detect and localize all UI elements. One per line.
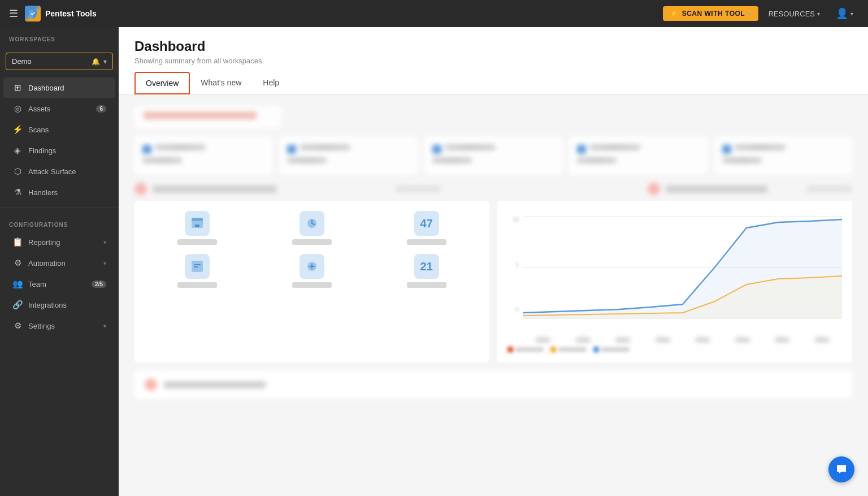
metric-item-1 [145, 211, 250, 245]
metric-label-3 [407, 239, 446, 245]
metric-item-2 [259, 211, 365, 245]
sidebar-item-automation[interactable]: ⚙ Automation ▾ [3, 253, 115, 273]
sidebar-item-dashboard[interactable]: ⊞ Dashboard [3, 77, 115, 98]
sidebar-item-handlers[interactable]: ⚗ Handlers [3, 182, 115, 202]
user-chevron-icon: ▾ [850, 11, 853, 17]
metric-icon-4 [185, 254, 210, 279]
metric-icon-5 [300, 254, 324, 279]
bell-icon: 🔔 [92, 58, 100, 66]
sidebar-item-reporting[interactable]: 📋 Reporting ▾ [3, 232, 115, 252]
nav-divider [0, 208, 119, 208]
stat-card-1 [134, 136, 272, 175]
team-badge: 2/5 [92, 281, 106, 288]
assets-icon: ◎ [12, 103, 23, 114]
metric-icon-3: 47 [414, 211, 439, 236]
scans-icon: ⚡ [12, 124, 23, 135]
reporting-expand-icon: ▾ [103, 239, 106, 245]
assets-label: Assets [28, 105, 50, 113]
team-label: Team [28, 280, 46, 288]
topbar: ☰ Pentest Tools ⚡ SCAN WITH TOOL ▾ RESOU… [0, 0, 868, 27]
sidebar-item-findings[interactable]: ◈ Findings [3, 140, 115, 161]
bottom-text-line [164, 381, 266, 389]
layout: WORKSPACES Demo 🔔 ▾ ⊞ Dashboard ◎ Assets… [0, 27, 868, 496]
legend-dot-red [507, 347, 513, 352]
metrics-grid-bottom: 21 [145, 254, 479, 288]
section-header [134, 183, 852, 195]
stat-card-4 [569, 136, 707, 175]
chat-bubble-button[interactable] [828, 456, 854, 482]
svg-rect-1 [192, 218, 203, 221]
topbar-right: ⚡ SCAN WITH TOOL ▾ RESOURCES ▾ 👤 ▾ [663, 4, 859, 23]
dashboard-content: 47 [119, 94, 868, 496]
sidebar-item-team[interactable]: 👥 Team 2/5 [3, 274, 115, 294]
workspace-name: Demo [12, 57, 32, 66]
legend-label-2 [558, 347, 587, 352]
sidebar-item-scans[interactable]: ⚡ Scans [3, 119, 115, 140]
metric-label-2 [292, 239, 332, 245]
metrics-section: 47 [134, 201, 489, 363]
tab-overview[interactable]: Overview [134, 72, 190, 94]
automation-expand-icon: ▾ [103, 260, 106, 266]
attack-surface-icon: ⬡ [12, 166, 23, 176]
page-title: Dashboard [134, 38, 852, 54]
automation-label: Automation [28, 259, 66, 268]
scans-label: Scans [28, 126, 49, 134]
bottom-pink-icon [145, 378, 157, 391]
settings-expand-icon: ▾ [103, 323, 106, 329]
sidebar-item-settings[interactable]: ⚙ Settings ▾ [3, 316, 115, 336]
legend-label-3 [601, 347, 630, 352]
team-icon: 👥 [12, 279, 23, 289]
logo-shield-icon [25, 6, 41, 21]
resources-button[interactable]: RESOURCES ▾ [763, 6, 826, 21]
resources-chevron-icon: ▾ [817, 11, 820, 17]
settings-icon: ⚙ [12, 321, 23, 331]
stat-card-5 [714, 136, 852, 175]
workspace-right: 🔔 ▾ [92, 58, 107, 66]
metric-label-5 [292, 282, 332, 288]
legend-label-1 [515, 347, 544, 352]
user-menu-button[interactable]: 👤 ▾ [830, 4, 859, 23]
legend-dot-orange [550, 347, 556, 352]
integrations-icon: 🔗 [12, 300, 23, 310]
scan-with-tool-button[interactable]: ⚡ SCAN WITH TOOL ▾ [663, 6, 758, 21]
legend-item-2 [550, 347, 587, 352]
metric-icon-2 [300, 211, 324, 236]
sidebar-item-integrations[interactable]: 🔗 Integrations [3, 295, 115, 315]
topbar-left: ☰ Pentest Tools [9, 6, 97, 21]
main-header: Dashboard Showing summary from all works… [119, 27, 868, 94]
hamburger-icon[interactable]: ☰ [9, 7, 18, 20]
dashboard-label: Dashboard [28, 84, 64, 92]
workspace-selector[interactable]: Demo 🔔 ▾ [6, 53, 113, 70]
findings-label: Findings [28, 146, 56, 155]
y-label-bottom: 0 [507, 307, 519, 313]
assets-badge: 6 [96, 105, 106, 113]
reporting-icon: 📋 [12, 237, 23, 247]
legend-dot-blue [593, 347, 599, 352]
findings-icon: ◈ [12, 145, 23, 156]
logo: Pentest Tools [25, 6, 97, 21]
workspaces-label: WORKSPACES [0, 27, 119, 46]
stat-card-3 [424, 136, 562, 175]
chart-svg [523, 211, 842, 324]
stat-card-2 [279, 136, 417, 175]
sidebar-item-attack-surface[interactable]: ⬡ Attack Surface [3, 161, 115, 182]
svg-rect-2 [195, 225, 199, 227]
y-label-top: 10 [507, 217, 519, 223]
reporting-label: Reporting [28, 238, 60, 247]
sidebar-item-assets[interactable]: ◎ Assets 6 [3, 98, 115, 119]
attack-surface-label: Attack Surface [28, 167, 76, 176]
configurations-label: CONFIGURATIONS [0, 213, 119, 231]
tab-whats-new[interactable]: What's new [190, 72, 252, 94]
chart-legend [507, 347, 842, 352]
y-label-mid: 5 [507, 262, 519, 268]
tab-help[interactable]: Help [252, 72, 290, 94]
metrics-grid-top: 47 [145, 211, 479, 245]
logo-text: Pentest Tools [45, 9, 97, 18]
tabs: Overview What's new Help [134, 72, 852, 94]
scan-btn-label: SCAN WITH TOOL [682, 10, 745, 18]
handlers-label: Handlers [28, 188, 58, 197]
metric-item-6: 21 [374, 254, 479, 288]
legend-item-3 [593, 347, 630, 352]
main-content: Dashboard Showing summary from all works… [119, 27, 868, 496]
page-subtitle: Showing summary from all workspaces. [134, 57, 852, 65]
